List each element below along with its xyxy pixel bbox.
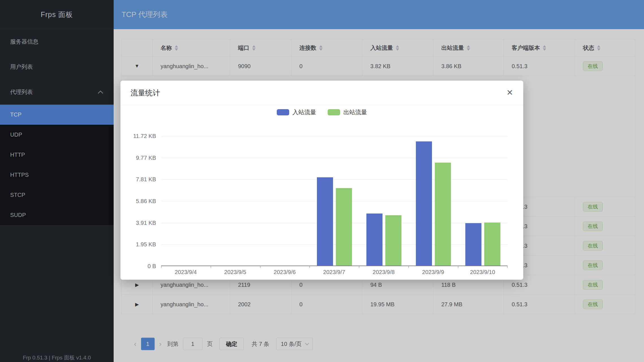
bar-out-2023/9/8	[385, 215, 401, 266]
x-axis-tick	[211, 266, 211, 268]
gridline	[161, 223, 507, 223]
legend-swatch-out	[328, 109, 340, 115]
legend-swatch-in	[277, 109, 289, 115]
bar-out-2023/9/10	[484, 223, 500, 266]
bar-out-2023/9/9	[435, 163, 451, 266]
chart-plot: 11.72 KB 9.77 KB 7.81 KB 5.86 KB 3.91 KB…	[161, 136, 507, 266]
legend-label: 出站流量	[343, 108, 367, 116]
x-axis-tick	[409, 266, 409, 268]
y-axis-label: 9.77 KB	[136, 155, 156, 161]
gridline	[161, 244, 507, 245]
legend-label: 入站流量	[293, 108, 316, 116]
x-axis-label: 2023/9/5	[224, 269, 246, 275]
x-axis-tick	[359, 266, 359, 268]
gridline	[161, 136, 507, 136]
y-axis-label: 0 B	[148, 263, 156, 270]
bar-in-2023/9/10	[465, 223, 481, 266]
gridline	[161, 179, 507, 180]
bar-in-2023/9/8	[366, 214, 382, 266]
bar-out-2023/9/7	[336, 188, 352, 266]
x-axis-tick	[458, 266, 458, 268]
chart-legend: 入站流量 出站流量	[120, 108, 523, 116]
x-axis-label: 2023/9/10	[470, 269, 495, 275]
y-axis-label: 5.86 KB	[136, 198, 156, 204]
x-axis-label: 2023/9/8	[373, 269, 395, 275]
modal-title: 流量统计	[131, 88, 160, 98]
y-axis-label: 11.72 KB	[133, 133, 156, 139]
legend-item-traffic-out[interactable]: 出站流量	[328, 108, 367, 116]
y-axis-label: 7.81 KB	[136, 176, 156, 183]
bar-in-2023/9/7	[317, 177, 333, 266]
x-axis-tick	[161, 266, 161, 268]
x-axis-label: 2023/9/7	[323, 269, 345, 275]
y-axis-label: 1.95 KB	[136, 241, 156, 248]
x-axis-tick	[310, 266, 310, 268]
gridline	[161, 201, 507, 201]
modal-header: 流量统计 ✕	[120, 81, 523, 105]
bar-in-2023/9/9	[416, 141, 432, 266]
close-icon[interactable]: ✕	[507, 89, 513, 97]
legend-item-traffic-in[interactable]: 入站流量	[277, 108, 316, 116]
gridline	[161, 158, 507, 158]
x-axis-label: 2023/9/4	[175, 269, 197, 275]
x-axis-label: 2023/9/6	[274, 269, 296, 275]
x-axis-tick	[260, 266, 260, 268]
x-axis-label: 2023/9/9	[422, 269, 444, 275]
traffic-stats-modal: 流量统计 ✕ 入站流量 出站流量 11.72 KB 9.77 KB 7.81 K…	[120, 81, 523, 280]
y-axis-label: 3.91 KB	[136, 220, 156, 226]
x-axis-tick	[507, 266, 507, 268]
